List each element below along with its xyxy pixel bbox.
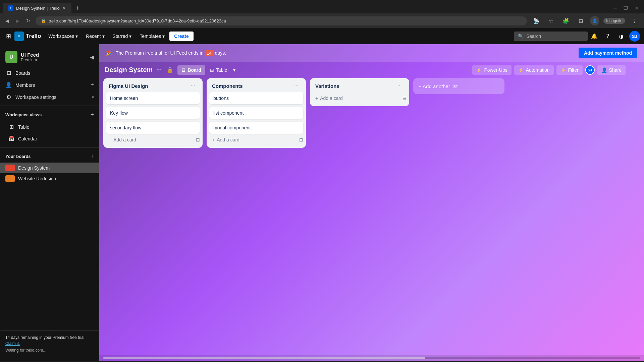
card-buttons[interactable]: buttons xyxy=(209,92,303,104)
templates-menu[interactable]: Templates ▾ xyxy=(136,32,168,41)
banner-text: The Premium free trial for UI Feed ends … xyxy=(116,50,575,56)
board1-color-swatch xyxy=(5,165,15,171)
card-modal-component[interactable]: modal component xyxy=(209,122,303,134)
tab-table[interactable]: ⊞ Table xyxy=(206,65,231,75)
url-field[interactable]: 🔒 trello.com/b/rq1Tb48p/design-system?se… xyxy=(36,16,527,25)
days-badge: 14 xyxy=(205,50,213,56)
bookmark-icon[interactable]: ☆ xyxy=(546,15,556,26)
trello-logo[interactable]: ≡ Trello xyxy=(14,32,41,41)
forward-button[interactable]: ▶ xyxy=(14,17,21,25)
tab-bar: T Design System | Trello ✕ + ─ ❐ ✕ xyxy=(0,0,644,13)
menu-icon[interactable]: ⋮ xyxy=(629,15,640,26)
footer-trial-text: 14 days remaining in your Premium free t… xyxy=(5,335,94,347)
share-button[interactable]: 👤 Share xyxy=(597,65,626,75)
add-card-button-components[interactable]: + Add a card xyxy=(209,135,242,144)
sidebar-item-table[interactable]: ⊞ Table xyxy=(0,121,99,133)
board-item-website-redesign[interactable]: Website Redesign xyxy=(0,173,99,184)
boards-label: Boards xyxy=(15,70,94,76)
template-icon-figma[interactable]: ⊟ xyxy=(196,137,200,142)
sidebar-item-boards[interactable]: ⊞ Boards xyxy=(0,67,99,79)
search-placeholder: Search xyxy=(526,34,541,39)
recent-label: Recent xyxy=(86,34,101,39)
add-list-label: + Add another list xyxy=(419,83,458,89)
user-avatar[interactable]: SJ xyxy=(629,31,640,42)
list-components-menu-icon[interactable]: ··· xyxy=(292,82,301,89)
board-user-avatar[interactable]: SJ xyxy=(585,65,595,75)
workspace-views-title: Workspace views xyxy=(5,112,90,117)
automation-button[interactable]: ⚡ Automation xyxy=(514,65,554,75)
board-view-tabs: ⊟ Board ⊞ Table ▾ xyxy=(177,65,237,75)
reload-button[interactable]: ↻ xyxy=(25,17,32,25)
profile-icon[interactable]: 👤 xyxy=(590,16,599,25)
theme-icon[interactable]: ◑ xyxy=(616,31,627,42)
card-secondary-flow[interactable]: secondary flow xyxy=(106,122,200,134)
star-icon[interactable]: ☆ xyxy=(155,65,163,74)
add-list-button[interactable]: + Add another list xyxy=(413,78,504,94)
card-home-screen[interactable]: Home screen xyxy=(106,92,200,104)
horizontal-scrollbar[interactable] xyxy=(99,355,644,361)
lock-icon: 🔒 xyxy=(41,18,46,23)
tab-title: Design System | Trello xyxy=(16,6,60,11)
collapse-sidebar-icon[interactable]: ◀ xyxy=(90,54,94,60)
create-button[interactable]: Create xyxy=(169,32,194,41)
list-components-title: Components xyxy=(212,83,292,89)
sidebar-item-workspace-settings[interactable]: ⚙ Workspace settings ▾ xyxy=(0,91,99,103)
template-icon-variations[interactable]: ⊟ xyxy=(402,96,407,101)
new-tab-button[interactable]: + xyxy=(73,3,85,13)
list-components-cards: buttons list component modal component xyxy=(207,92,306,134)
board2-name: Website Redesign xyxy=(18,176,56,181)
list-variations: Variations ··· + Add a card ⊟ xyxy=(310,78,409,106)
cast-icon[interactable]: 📡 xyxy=(531,15,542,26)
active-tab[interactable]: T Design System | Trello ✕ xyxy=(3,3,71,13)
filter-button[interactable]: ⚡ Filter xyxy=(556,65,583,75)
board-item-design-system[interactable]: Design System xyxy=(0,163,99,173)
window-minimize-icon[interactable]: ─ xyxy=(611,4,620,12)
browser-actions: 📡 ☆ 🧩 ⊟ 👤 Incognito ⋮ xyxy=(531,15,640,26)
address-bar: ◀ ▶ ↻ 🔒 trello.com/b/rq1Tb48p/design-sys… xyxy=(0,13,644,28)
recent-menu[interactable]: Recent ▾ xyxy=(83,32,108,41)
lock-board-icon[interactable]: 🔒 xyxy=(165,65,175,74)
card-list-component[interactable]: list component xyxy=(209,107,303,119)
add-card-button-figma[interactable]: + Add a card xyxy=(106,135,139,144)
templates-chevron-icon: ▾ xyxy=(162,34,165,39)
boards-icon: ⊞ xyxy=(5,70,12,76)
tab-board[interactable]: ⊟ Board xyxy=(177,65,205,75)
window-close-icon[interactable]: ✕ xyxy=(632,4,641,12)
sidebar-icon[interactable]: ⊟ xyxy=(575,15,586,26)
help-icon[interactable]: ? xyxy=(602,31,613,42)
workspace-header: U UI Feed Premium ◀ xyxy=(0,48,99,66)
sidebar-item-calendar[interactable]: 📅 Calendar xyxy=(0,133,99,144)
more-views-icon[interactable]: ▾ xyxy=(232,65,237,75)
add-member-icon[interactable]: + xyxy=(90,81,94,88)
workspaces-menu[interactable]: Workspaces ▾ xyxy=(45,32,81,41)
board-more-icon[interactable]: ··· xyxy=(628,65,639,75)
automation-icon: ⚡ xyxy=(518,67,524,73)
add-board-icon[interactable]: + xyxy=(90,153,94,160)
extensions-icon[interactable]: 🧩 xyxy=(560,15,571,26)
sidebar: U UI Feed Premium ◀ ⊞ Boards 👤 Members +… xyxy=(0,44,99,361)
template-icon-components[interactable]: ⊟ xyxy=(299,137,303,142)
add-card-button-variations[interactable]: + Add a card xyxy=(313,94,345,103)
board2-color-swatch xyxy=(5,175,15,182)
members-label: Members xyxy=(15,82,87,88)
power-ups-button[interactable]: ⚡ Power-Ups xyxy=(472,65,511,75)
back-button[interactable]: ◀ xyxy=(4,17,10,25)
footer-link[interactable]: Claim it. xyxy=(5,341,20,346)
window-restore-icon[interactable]: ❐ xyxy=(621,4,631,12)
add-view-icon[interactable]: + xyxy=(90,111,94,118)
add-payment-button[interactable]: Add payment method xyxy=(579,48,637,58)
notification-icon[interactable]: 🔔 xyxy=(589,31,600,42)
card-key-flow[interactable]: Key flow xyxy=(106,107,200,119)
sidebar-item-members[interactable]: 👤 Members + xyxy=(0,79,99,91)
search-box[interactable]: 🔍 Search xyxy=(514,32,588,41)
list-figma-menu-icon[interactable]: ··· xyxy=(189,82,197,89)
board-area: 🎉 The Premium free trial for UI Feed end… xyxy=(99,44,644,361)
grid-icon[interactable]: ⊞ xyxy=(4,31,13,42)
starred-menu[interactable]: Starred ▾ xyxy=(109,32,135,41)
close-tab-icon[interactable]: ✕ xyxy=(62,6,66,11)
table-tab-label: Table xyxy=(216,67,227,73)
search-icon: 🔍 xyxy=(518,34,524,39)
templates-label: Templates xyxy=(140,34,161,39)
list-variations-menu-icon[interactable]: ··· xyxy=(395,82,404,89)
add-card-row-variations: + Add a card ⊟ xyxy=(310,92,409,106)
